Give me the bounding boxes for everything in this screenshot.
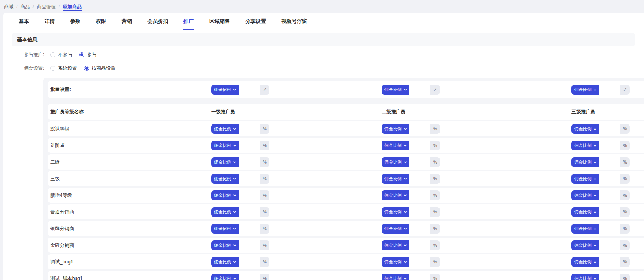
radio-option[interactable]: 不参与 — [50, 51, 72, 58]
commission-type-dropdown[interactable]: 佣金比例 — [382, 274, 409, 280]
commission-input[interactable] — [239, 224, 260, 234]
commission-input[interactable] — [599, 207, 620, 217]
commission-type-dropdown[interactable]: 佣金比例 — [211, 257, 239, 267]
radio-option[interactable]: 系统设置 — [50, 65, 77, 72]
percent-suffix: % — [430, 141, 440, 150]
commission-type-dropdown[interactable]: 佣金比例 — [211, 174, 239, 184]
commission-type-dropdown[interactable]: 佣金比例 — [211, 190, 239, 200]
radio-option[interactable]: 参与 — [79, 51, 96, 58]
commission-input[interactable] — [239, 85, 260, 95]
commission-type-dropdown[interactable]: 佣金比例 — [382, 207, 409, 217]
level-name: 默认等级 — [50, 126, 69, 132]
tab-video-float[interactable]: 视频号浮窗 — [281, 13, 307, 30]
commission-input[interactable] — [239, 274, 260, 280]
confirm-check-button[interactable]: ✓ — [620, 85, 630, 95]
percent-suffix: % — [620, 141, 630, 150]
commission-input[interactable] — [409, 174, 430, 184]
commission-type-dropdown[interactable]: 佣金比例 — [382, 240, 409, 250]
commission-type-dropdown[interactable]: 佣金比例 — [211, 274, 239, 280]
commission-type-dropdown[interactable]: 佣金比例 — [571, 157, 599, 167]
commission-type-dropdown[interactable]: 佣金比例 — [211, 240, 239, 250]
tab-basic[interactable]: 基本 — [19, 13, 29, 30]
dropdown-label: 佣金比例 — [574, 242, 592, 248]
commission-type-dropdown[interactable]: 佣金比例 — [382, 174, 409, 184]
commission-input[interactable] — [409, 207, 430, 217]
commission-input[interactable] — [599, 190, 620, 200]
commission-input[interactable] — [409, 224, 430, 234]
commission-type-dropdown[interactable]: 佣金比例 — [571, 207, 599, 217]
commission-type-dropdown[interactable]: 佣金比例 — [382, 224, 409, 234]
commission-type-dropdown[interactable]: 佣金比例 — [571, 85, 599, 95]
commission-input[interactable] — [409, 240, 430, 250]
commission-input[interactable] — [599, 157, 620, 167]
breadcrumb-item-add-product[interactable]: 添加商品 — [63, 4, 82, 11]
commission-type-dropdown[interactable]: 佣金比例 — [571, 141, 599, 150]
commission-input[interactable] — [239, 240, 260, 250]
commission-type-dropdown[interactable]: 佣金比例 — [211, 157, 239, 167]
percent-suffix: % — [260, 207, 269, 217]
commission-input[interactable] — [409, 141, 430, 150]
commission-input[interactable] — [409, 190, 430, 200]
commission-type-dropdown[interactable]: 佣金比例 — [382, 141, 409, 150]
tab-share-settings[interactable]: 分享设置 — [245, 13, 266, 30]
commission-type-dropdown[interactable]: 佣金比例 — [211, 207, 239, 217]
commission-input[interactable] — [409, 85, 430, 95]
table-row: 进阶者佣金比例%佣金比例%佣金比例% — [48, 138, 644, 153]
confirm-check-button[interactable]: ✓ — [260, 85, 269, 95]
commission-input[interactable] — [599, 85, 620, 95]
commission-input[interactable] — [409, 257, 430, 267]
percent-suffix: % — [620, 224, 630, 234]
commission-type-dropdown[interactable]: 佣金比例 — [382, 124, 409, 134]
commission-type-dropdown[interactable]: 佣金比例 — [382, 190, 409, 200]
commission-input[interactable] — [599, 174, 620, 184]
commission-input[interactable] — [239, 190, 260, 200]
commission-input[interactable] — [599, 224, 620, 234]
table-row: 三级佣金比例%佣金比例%佣金比例% — [48, 171, 644, 186]
chevron-down-icon — [593, 88, 597, 91]
commission-type-dropdown[interactable]: 佣金比例 — [571, 240, 599, 250]
commission-type-dropdown[interactable]: 佣金比例 — [211, 85, 239, 95]
commission-input[interactable] — [599, 240, 620, 250]
commission-type-dropdown[interactable]: 佣金比例 — [382, 85, 409, 95]
commission-input[interactable] — [599, 274, 620, 280]
commission-type-dropdown[interactable]: 佣金比例 — [382, 157, 409, 167]
commission-type-dropdown[interactable]: 佣金比例 — [382, 257, 409, 267]
header-cell: 推广员等级名称 — [48, 109, 211, 115]
breadcrumb-item-mall[interactable]: 商城 — [4, 4, 13, 10]
percent-suffix: % — [260, 274, 269, 280]
tab-details[interactable]: 详情 — [44, 13, 55, 30]
commission-input[interactable] — [409, 124, 430, 134]
commission-input[interactable] — [599, 257, 620, 267]
tab-marketing[interactable]: 营销 — [122, 13, 132, 30]
confirm-check-button[interactable]: ✓ — [430, 85, 440, 95]
commission-input[interactable] — [239, 174, 260, 184]
commission-type-dropdown[interactable]: 佣金比例 — [211, 141, 239, 150]
commission-type-dropdown[interactable]: 佣金比例 — [571, 124, 599, 134]
commission-input[interactable] — [599, 124, 620, 134]
commission-type-dropdown[interactable]: 佣金比例 — [571, 257, 599, 267]
commission-input[interactable] — [239, 207, 260, 217]
commission-type-dropdown[interactable]: 佣金比例 — [571, 224, 599, 234]
tab-permissions[interactable]: 权限 — [96, 13, 106, 30]
commission-type-dropdown[interactable]: 佣金比例 — [211, 224, 239, 234]
commission-input[interactable] — [409, 274, 430, 280]
tab-params[interactable]: 参数 — [70, 13, 80, 30]
level-name: 三级 — [50, 175, 60, 182]
tab-regional-sales[interactable]: 区域销售 — [209, 13, 230, 30]
commission-input[interactable] — [409, 157, 430, 167]
tab-member-discount[interactable]: 会员折扣 — [147, 13, 168, 30]
commission-input[interactable] — [239, 257, 260, 267]
commission-input[interactable] — [599, 141, 620, 150]
breadcrumb-item-product-management[interactable]: 商品管理 — [37, 4, 56, 10]
tab-promotion[interactable]: 推广 — [183, 13, 194, 30]
commission-type-dropdown[interactable]: 佣金比例 — [211, 124, 239, 134]
commission-input[interactable] — [239, 124, 260, 134]
radio-option[interactable]: 按商品设置 — [84, 65, 115, 72]
commission-input[interactable] — [239, 157, 260, 167]
commission-type-dropdown[interactable]: 佣金比例 — [571, 274, 599, 280]
percent-suffix: % — [430, 207, 440, 217]
commission-input[interactable] — [239, 141, 260, 150]
breadcrumb-item-products[interactable]: 商品 — [20, 4, 30, 10]
commission-type-dropdown[interactable]: 佣金比例 — [571, 190, 599, 200]
commission-type-dropdown[interactable]: 佣金比例 — [571, 174, 599, 184]
